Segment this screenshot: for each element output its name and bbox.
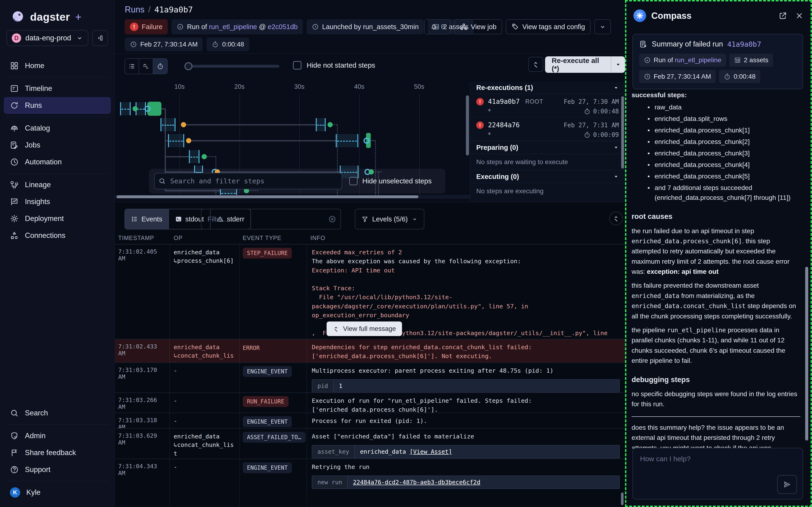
summary-doc-icon	[639, 40, 648, 48]
send-button[interactable]	[777, 475, 797, 494]
view-job-button[interactable]: View job	[454, 19, 502, 34]
gantt-step-box[interactable]	[189, 150, 200, 163]
deployment-icon	[10, 214, 19, 223]
open-external-icon[interactable]	[779, 11, 787, 20]
column-header: INFO	[310, 235, 325, 241]
zoom-slider[interactable]	[185, 65, 279, 68]
stopwatch-icon	[157, 63, 164, 70]
tab-events[interactable]: Events	[125, 209, 169, 229]
sidebar-item-search[interactable]: Search	[4, 405, 111, 421]
sidebar-collapse-button[interactable]	[92, 30, 108, 46]
log-expand-button[interactable]	[609, 212, 623, 225]
run-tag-pill[interactable]: Run of run_etl_pipeline @ e2c051db	[171, 19, 303, 34]
clear-filter-icon[interactable]	[328, 215, 336, 223]
log-row[interactable]: 7:31:03.266 AM - RUN_FAILURE Execution o…	[115, 393, 625, 413]
hide-not-started-checkbox[interactable]	[293, 61, 302, 69]
sidebar-item-connections[interactable]: Connections	[4, 227, 111, 244]
time-tick-label: 40s	[354, 83, 365, 91]
log-row[interactable]: 7:31:03.170 AM - ENGINE_EVENT Multiproce…	[115, 363, 625, 393]
home-icon	[10, 61, 19, 70]
insights-icon	[10, 197, 19, 206]
clock-icon	[644, 73, 651, 80]
sidebar-divider	[6, 117, 109, 117]
time-tick-label: 10s	[174, 83, 185, 91]
sidebar-item-automation[interactable]: Automation	[4, 154, 111, 170]
close-icon[interactable]	[795, 11, 804, 20]
log-row[interactable]: 7:31:02.433 AM enriched_data↳concat_chun…	[115, 339, 625, 363]
waterfall-view-button[interactable]	[139, 59, 153, 74]
gantt-step-box[interactable]	[120, 102, 130, 115]
gantt-step-box[interactable]	[336, 134, 358, 147]
summary-heading: root causes	[632, 211, 800, 222]
event-op: -	[169, 413, 239, 429]
log-scrollbar[interactable]	[621, 493, 624, 505]
dagster-logo[interactable]: dagster +	[10, 9, 82, 24]
sidebar-item-kyle[interactable]: KKyle	[4, 484, 111, 501]
step-sort-button[interactable]	[528, 57, 543, 72]
caret-down-icon	[613, 174, 619, 179]
sidebar-item-jobs[interactable]: Jobs	[4, 137, 111, 154]
reexecute-options-caret[interactable]	[611, 56, 625, 73]
hide-unselected-checkbox[interactable]	[349, 177, 358, 185]
reexecution-run-row[interactable]: ! 22484a76 Feb 27, 7:31 AM * 0:00:09	[470, 117, 625, 141]
reexec-section-header[interactable]: Executing (0)	[470, 170, 625, 183]
reexecutions-header[interactable]: Re-executions (1)	[470, 82, 625, 94]
breadcrumb-runs-link[interactable]: Runs	[125, 5, 145, 14]
feedback-icon	[10, 448, 19, 457]
event-timestamp: 7:31:02.433 AM	[115, 339, 169, 360]
sidebar-item-deployment[interactable]: Deployment	[4, 210, 111, 227]
event-op: -	[169, 363, 239, 379]
compass-panel: Compass Summary of failed run 41a9a0b7 R…	[625, 0, 812, 507]
workspace-selector[interactable]: D data-eng-prod	[7, 30, 88, 46]
gantt-marker-dot	[202, 154, 207, 159]
search-icon	[158, 177, 166, 185]
gantt-step-box[interactable]	[168, 134, 184, 147]
flat-view-button[interactable]	[125, 59, 139, 74]
collapse-panel-icon	[96, 34, 104, 42]
sidebar-item-lineage[interactable]: Lineage	[4, 176, 111, 193]
sidebar-item-runs[interactable]: Runs	[4, 97, 111, 114]
step-search-input[interactable]	[154, 173, 342, 189]
timed-view-button[interactable]	[153, 59, 167, 74]
summary-run-id-link[interactable]: 41a9a0b7	[727, 40, 761, 48]
clock-icon	[312, 23, 319, 30]
event-metadata-link[interactable]: [View Asset]	[410, 448, 452, 455]
sidebar-item-timeline[interactable]: Timeline	[4, 80, 111, 97]
sidebar-item-share-feedback[interactable]: Share feedback	[4, 444, 111, 461]
alerts-bell-button[interactable]: 0	[424, 19, 450, 34]
gantt-vertical-scrollbar[interactable]	[466, 95, 469, 156]
sidebar-item-admin[interactable]: Admin	[4, 428, 111, 444]
event-timestamp: 7:31:03.170 AM	[115, 363, 169, 384]
reexecutions-scrollbar[interactable]	[621, 96, 624, 169]
zoom-slider-knob[interactable]	[184, 62, 193, 70]
reexecution-run-row[interactable]: ! 41a9a0b7ROOT Feb 27, 7:30 AM * 0:00:48	[470, 94, 625, 117]
sidebar-divider	[6, 424, 109, 425]
run-tag-pill[interactable]: Launched by run_assets_30min	[307, 19, 424, 34]
time-tick-label: 50s	[414, 83, 424, 91]
sidebar-item-support[interactable]: Support	[4, 461, 111, 478]
event-op: enriched_data↳concat_chunk_list	[169, 339, 239, 363]
summary-paragraph: no specific debugging steps were found i…	[632, 389, 800, 409]
log-filter-input[interactable]	[201, 209, 341, 229]
gantt-dotted-connector	[371, 140, 375, 141]
log-row[interactable]: 7:31:04.343 AM - ENGINE_EVENT Retrying t…	[115, 459, 625, 507]
sidebar-item-catalog[interactable]: Catalog	[4, 120, 111, 137]
gantt-step-box[interactable]	[316, 118, 326, 131]
log-row[interactable]: 7:31:03.318 AM - ENGINE_EVENT Process fo…	[115, 413, 625, 429]
event-metadata-link[interactable]: 22484a76-dcd2-487b-aeb3-db3bece6cf2d	[353, 479, 480, 486]
run-actions-menu-button[interactable]	[594, 19, 611, 34]
event-timestamp: 7:31:03.318 AM	[115, 413, 169, 429]
reexecute-all-button[interactable]: Re-execute all (*)	[545, 56, 625, 73]
log-row[interactable]: 7:31:03.629 AM enriched_data↳concat_chun…	[115, 429, 625, 459]
sidebar-item-home[interactable]: Home	[4, 57, 111, 74]
sidebar-item-insights[interactable]: Insights	[4, 193, 111, 210]
column-header: OP	[174, 235, 182, 241]
levels-filter-button[interactable]: Levels (5/6)	[355, 209, 424, 229]
view-full-message-button[interactable]: View full message	[327, 322, 402, 336]
reexec-section-header[interactable]: Preparing (0)	[470, 141, 625, 154]
gantt-step-box[interactable]	[160, 118, 175, 131]
view-tags-config-button[interactable]: View tags and config	[506, 19, 591, 34]
step-list-item: and 7 additional steps succeeded (enrich…	[648, 183, 800, 203]
gantt-horizontal-scrollbar[interactable]	[115, 195, 470, 199]
compass-scrollbar[interactable]	[805, 267, 808, 441]
